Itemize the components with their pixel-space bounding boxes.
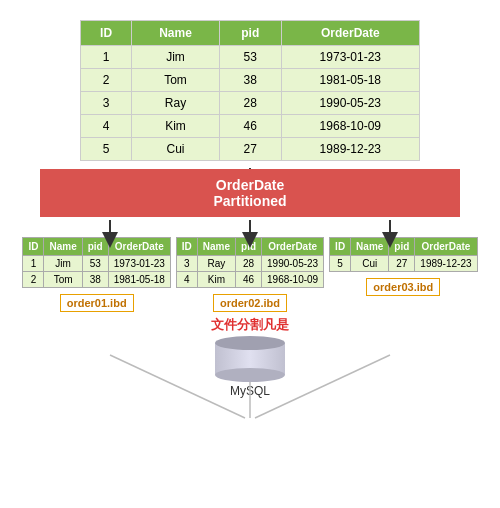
table-row: 1 Jim 53 1973-01-23 <box>23 256 170 272</box>
sub3-col-id: ID <box>330 238 351 256</box>
sub1-col-id: ID <box>23 238 44 256</box>
table-row: 1 Jim 53 1973-01-23 <box>81 46 420 69</box>
cell-id: 3 <box>81 92 132 115</box>
sub3-col-date: OrderDate <box>415 238 477 256</box>
mysql-cylinder <box>215 336 285 382</box>
sub-table-3: ID Name pid OrderDate 5 Cui 27 1989-12-2… <box>329 237 477 272</box>
sub2-col-date: OrderDate <box>262 238 324 256</box>
table-row: 3 Ray 28 1990-05-23 <box>176 256 323 272</box>
cell-name: Cui <box>132 138 220 161</box>
sub-tables-section: ID Name pid OrderDate 1 Jim 53 1973-01-2… <box>20 237 480 312</box>
mysql-container: MySQL <box>0 336 500 398</box>
cell-id: 4 <box>81 115 132 138</box>
file-label-3: order03.ibd <box>366 278 440 296</box>
cylinder-top <box>215 336 285 350</box>
sub2-col-name: Name <box>197 238 235 256</box>
table-row: 3 Ray 28 1990-05-23 <box>81 92 420 115</box>
sub2-col-pid: pid <box>236 238 262 256</box>
cell-pid: 53 <box>219 46 281 69</box>
main-table: ID Name pid OrderDate 1 Jim 53 1973-01-2… <box>80 20 420 161</box>
table-row: 2 Tom 38 1981-05-18 <box>23 272 170 288</box>
cell-date: 1989-12-23 <box>281 138 419 161</box>
cell-id: 2 <box>81 69 132 92</box>
diagram-wrapper: ID Name pid OrderDate 1 Jim 53 1973-01-2… <box>0 0 500 398</box>
table-row: 5 Cui 27 1989-12-23 <box>81 138 420 161</box>
sub-table-1: ID Name pid OrderDate 1 Jim 53 1973-01-2… <box>22 237 170 288</box>
table-row: 4 Kim 46 1968-10-09 <box>176 272 323 288</box>
sub1-col-name: Name <box>44 238 82 256</box>
partition-section: OrderDate Partitioned <box>0 169 500 217</box>
cell-name: Kim <box>132 115 220 138</box>
cell-name: Tom <box>132 69 220 92</box>
file-label-1: order01.ibd <box>60 294 134 312</box>
cn-label: 文件分割凡是 <box>0 316 500 334</box>
cell-date: 1981-05-18 <box>281 69 419 92</box>
cell-date: 1973-01-23 <box>281 46 419 69</box>
cell-pid: 38 <box>219 69 281 92</box>
file-label-2: order02.ibd <box>213 294 287 312</box>
cell-id: 1 <box>81 46 132 69</box>
main-table-section: ID Name pid OrderDate 1 Jim 53 1973-01-2… <box>0 0 500 161</box>
cell-date: 1968-10-09 <box>281 115 419 138</box>
main-col-id: ID <box>81 21 132 46</box>
sub1-col-date: OrderDate <box>108 238 170 256</box>
sub-table-block-3: ID Name pid OrderDate 5 Cui 27 1989-12-2… <box>329 237 477 296</box>
cylinder-bottom <box>215 368 285 382</box>
main-col-orderdate: OrderDate <box>281 21 419 46</box>
main-table-container: ID Name pid OrderDate 1 Jim 53 1973-01-2… <box>80 20 420 161</box>
sub-table-block-1: ID Name pid OrderDate 1 Jim 53 1973-01-2… <box>22 237 170 312</box>
table-row: 4 Kim 46 1968-10-09 <box>81 115 420 138</box>
partition-title-line2: Partitioned <box>213 193 286 209</box>
sub3-col-pid: pid <box>389 238 415 256</box>
sub2-col-id: ID <box>176 238 197 256</box>
cell-date: 1990-05-23 <box>281 92 419 115</box>
partition-banner: OrderDate Partitioned <box>40 169 460 217</box>
cell-id: 5 <box>81 138 132 161</box>
table-row: 5 Cui 27 1989-12-23 <box>330 256 477 272</box>
cell-name: Jim <box>132 46 220 69</box>
main-col-pid: pid <box>219 21 281 46</box>
cell-pid: 28 <box>219 92 281 115</box>
sub-table-2: ID Name pid OrderDate 3 Ray 28 1990-05-2… <box>176 237 324 288</box>
sub1-col-pid: pid <box>82 238 108 256</box>
table-row: 2 Tom 38 1981-05-18 <box>81 69 420 92</box>
mysql-label: MySQL <box>230 384 270 398</box>
cell-name: Ray <box>132 92 220 115</box>
partition-title-line1: OrderDate <box>216 177 284 193</box>
sub3-col-name: Name <box>351 238 389 256</box>
sub-table-block-2: ID Name pid OrderDate 3 Ray 28 1990-05-2… <box>176 237 324 312</box>
cell-pid: 27 <box>219 138 281 161</box>
main-col-name: Name <box>132 21 220 46</box>
cell-pid: 46 <box>219 115 281 138</box>
